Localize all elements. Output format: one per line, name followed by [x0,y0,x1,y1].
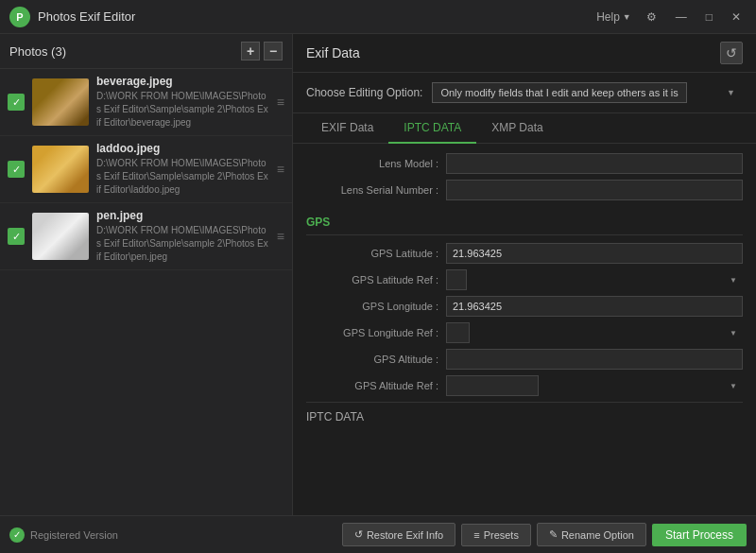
file-thumbnail-laddoo [32,146,89,193]
file-info-beverage: beverage.jpeg D:\WORK FROM HOME\IMAGES\P… [96,75,269,130]
lens-serial-label: Lens Serial Number : [306,184,438,196]
lens-serial-input[interactable] [446,180,743,200]
gps-longitude-ref-row: GPS Longitude Ref : E W [306,322,743,343]
editing-option-row: Choose Editing Option: Only modify field… [293,73,756,113]
presets-button[interactable]: ≡ Presets [461,524,531,546]
exif-data-title: Exif Data [306,45,360,60]
file-path-laddoo: D:\WORK FROM HOME\IMAGES\Photos Exif Edi… [96,157,269,197]
tab-iptc[interactable]: IPTC DATA [388,113,476,144]
minimize-button[interactable]: — [670,9,693,26]
registered-icon: ✓ [9,527,25,543]
gps-altitude-input[interactable] [446,349,743,370]
restore-icon: ↺ [354,528,363,541]
presets-icon: ≡ [473,529,479,541]
list-item[interactable]: ✓ laddoo.jpeg D:\WORK FROM HOME\IMAGES\P… [0,136,292,203]
right-panel: Exif Data ↺ Choose Editing Option: Only … [293,34,756,515]
rename-label: Rename Option [561,529,634,541]
gps-latitude-label: GPS Latitude : [306,248,438,259]
restore-label: Restore Exif Info [367,529,443,541]
file-checkbox-laddoo[interactable]: ✓ [8,161,25,178]
file-path-beverage: D:\WORK FROM HOME\IMAGES\Photos Exif Edi… [96,90,269,130]
form-content: Lens Model : Lens Serial Number : GPS GP… [293,144,756,515]
gps-latitude-ref-select[interactable]: N S [446,269,467,290]
file-name-beverage: beverage.jpeg [96,75,269,88]
photos-count-label: Photos (3) [9,44,66,59]
gps-longitude-ref-select[interactable]: E W [446,322,470,343]
file-menu-icon-laddoo[interactable]: ≡ [277,162,284,177]
editing-option-label: Choose Editing Option: [306,86,422,99]
gps-longitude-input[interactable] [446,296,743,317]
file-thumbnail-beverage [32,78,89,126]
titlebar: P Photos Exif Editor Help ▼ ⚙ — □ ✕ [0,0,756,34]
lens-model-row: Lens Model : [306,153,743,174]
gps-longitude-label: GPS Longitude : [306,301,438,312]
rename-option-button[interactable]: ✎ Rename Option [537,523,646,546]
app-logo: P [9,7,30,27]
left-panel: Photos (3) + − ✓ beverage.jpeg D:\WORK F… [0,34,293,515]
gps-longitude-ref-select-wrapper: E W [446,322,743,343]
file-checkbox-pen[interactable]: ✓ [8,228,25,245]
add-photo-button[interactable]: + [241,42,260,60]
lens-model-input[interactable] [446,153,743,174]
start-process-button[interactable]: Start Process [652,524,747,546]
editing-option-select[interactable]: Only modify fields that I edit and keep … [432,82,687,103]
gps-latitude-ref-select-wrapper: N S [446,269,743,290]
file-thumbnail-pen [32,213,89,260]
presets-label: Presets [484,529,519,541]
gps-latitude-ref-row: GPS Latitude Ref : N S [306,269,743,290]
gps-latitude-ref-label: GPS Latitude Ref : [306,274,438,285]
gps-altitude-ref-select[interactable]: Above Sea Level Below Sea Level [446,375,539,396]
gps-latitude-row: GPS Latitude : [306,243,743,264]
tab-exif[interactable]: EXIF Data [306,113,388,144]
gps-altitude-row: GPS Altitude : [306,349,743,370]
close-button[interactable]: ✕ [726,9,747,26]
bottom-bar: ✓ Registered Version ↺ Restore Exif Info… [0,515,756,553]
gps-altitude-ref-label: GPS Altitude Ref : [306,380,438,391]
main-layout: Photos (3) + − ✓ beverage.jpeg D:\WORK F… [0,34,756,515]
restore-exif-button[interactable]: ↺ Restore Exif Info [342,523,455,546]
lens-serial-row: Lens Serial Number : [306,180,743,200]
file-menu-icon-pen[interactable]: ≡ [277,229,284,244]
refresh-button[interactable]: ↺ [720,42,743,64]
file-actions: + − [241,42,283,60]
remove-photo-button[interactable]: − [264,42,283,60]
gps-altitude-ref-row: GPS Altitude Ref : Above Sea Level Below… [306,375,743,396]
tabs-row: EXIF Data IPTC DATA XMP Data [293,113,756,144]
gps-longitude-ref-label: GPS Longitude Ref : [306,327,438,338]
right-panel-header: Exif Data ↺ [293,34,756,73]
file-name-pen: pen.jpeg [96,209,269,222]
window-controls: ⚙ — □ ✕ [641,9,747,26]
file-name-laddoo: laddoo.jpeg [96,142,269,155]
lens-model-label: Lens Model : [306,158,438,169]
file-path-pen: D:\WORK FROM HOME\IMAGES\Photos Exif Edi… [96,224,269,264]
gps-longitude-row: GPS Longitude : [306,296,743,317]
file-menu-icon-beverage[interactable]: ≡ [277,95,284,110]
help-menu[interactable]: Help ▼ [596,10,631,24]
gps-latitude-input[interactable] [446,243,743,264]
list-item[interactable]: ✓ beverage.jpeg D:\WORK FROM HOME\IMAGES… [0,69,292,136]
file-list: ✓ beverage.jpeg D:\WORK FROM HOME\IMAGES… [0,69,292,515]
help-chevron-icon: ▼ [623,12,631,22]
gps-altitude-ref-select-wrapper: Above Sea Level Below Sea Level [446,375,743,396]
left-panel-header: Photos (3) + − [0,34,292,69]
settings-icon[interactable]: ⚙ [641,9,662,26]
iptc-data-section-label: IPTC DATA [306,402,743,427]
editing-option-select-wrapper: Only modify fields that I edit and keep … [432,82,743,103]
gps-altitude-label: GPS Altitude : [306,354,438,365]
gps-section-title: GPS [306,206,743,235]
app-title: Photos Exif Editor [38,9,596,24]
list-item[interactable]: ✓ pen.jpeg D:\WORK FROM HOME\IMAGES\Phot… [0,203,292,270]
rename-icon: ✎ [549,528,558,541]
file-info-laddoo: laddoo.jpeg D:\WORK FROM HOME\IMAGES\Pho… [96,142,269,197]
bottom-actions: ↺ Restore Exif Info ≡ Presets ✎ Rename O… [342,523,747,546]
tab-xmp[interactable]: XMP Data [476,113,558,144]
registered-status-label: Registered Version [30,529,118,541]
file-info-pen: pen.jpeg D:\WORK FROM HOME\IMAGES\Photos… [96,209,269,264]
file-checkbox-beverage[interactable]: ✓ [8,94,25,111]
maximize-button[interactable]: □ [700,9,718,26]
status-area: ✓ Registered Version [9,527,335,543]
